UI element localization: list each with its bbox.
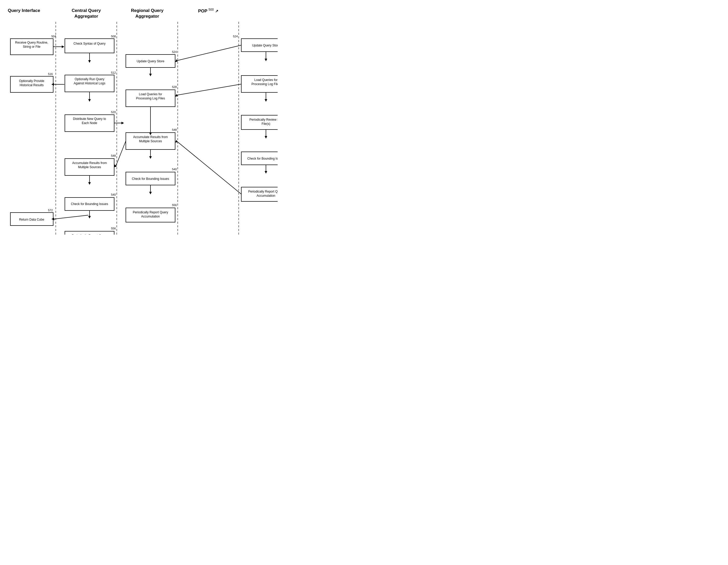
svg-text:508: 508 (111, 35, 116, 38)
svg-text:572: 572 (48, 209, 53, 212)
svg-line-19 (54, 215, 88, 219)
svg-text:Update Query Store: Update Query Store (252, 44, 278, 47)
svg-text:520: 520 (111, 110, 116, 114)
svg-marker-48 (88, 216, 91, 218)
svg-rect-93 (241, 115, 278, 129)
col-header-2: Central QueryAggregator (56, 8, 117, 19)
svg-text:String or File: String or File (23, 45, 40, 49)
svg-text:Accumulate Results from: Accumulate Results from (133, 135, 168, 139)
svg-text:Receive Query Routine,: Receive Query Routine, (15, 41, 48, 44)
svg-marker-31 (88, 99, 91, 102)
svg-marker-85 (265, 59, 267, 61)
svg-text:Against Historical Logs: Against Historical Logs (74, 81, 105, 85)
svg-text:548: 548 (172, 128, 177, 131)
svg-text:Check Syntax of Query: Check Syntax of Query (73, 42, 105, 45)
svg-marker-9 (62, 45, 64, 48)
svg-text:Multiple Sources: Multiple Sources (139, 139, 162, 143)
svg-text:556: 556 (172, 203, 177, 206)
svg-text:Return Data Cube: Return Data Cube (19, 218, 44, 221)
svg-text:Accumulate Results from: Accumulate Results from (72, 161, 107, 165)
svg-text:556: 556 (111, 227, 116, 230)
svg-text:524: 524 (233, 35, 238, 38)
svg-text:Accumulation: Accumulation (257, 194, 275, 197)
svg-marker-69 (149, 156, 152, 159)
svg-line-111 (176, 84, 241, 95)
svg-text:Processing Log Files: Processing Log Files (251, 82, 278, 86)
svg-text:Periodically Review Log: Periodically Review Log (249, 118, 278, 121)
svg-text:Multiple Sources: Multiple Sources (78, 165, 101, 169)
col-header-4: POP 500 ↗ (178, 8, 239, 19)
svg-text:524: 524 (172, 50, 177, 53)
svg-marker-108 (175, 140, 178, 142)
svg-text:Each Node: Each Node (82, 121, 97, 125)
svg-text:Load Queries for: Load Queries for (254, 78, 277, 82)
svg-marker-43 (88, 182, 91, 185)
svg-text:Optionally Provide: Optionally Provide (19, 79, 44, 83)
svg-text:Load Queries for: Load Queries for (139, 92, 162, 96)
svg-text:516: 516 (48, 72, 53, 75)
svg-text:File(s): File(s) (262, 122, 270, 126)
svg-text:512: 512 (111, 71, 116, 74)
svg-text:Update Query Store: Update Query Store (137, 59, 164, 63)
svg-marker-74 (149, 192, 152, 194)
svg-marker-37 (121, 122, 124, 124)
svg-marker-57 (149, 74, 152, 76)
svg-marker-25 (88, 60, 91, 63)
svg-marker-102 (265, 171, 267, 174)
svg-text:540: 540 (111, 193, 116, 196)
svg-rect-22 (65, 39, 114, 53)
svg-text:Accumulation: Accumulation (141, 215, 160, 218)
svg-line-82 (176, 45, 241, 61)
svg-text:Periodically Report Query: Periodically Report Query (248, 190, 278, 193)
svg-text:Periodically Report Query: Periodically Report Query (133, 210, 168, 214)
svg-text:548: 548 (111, 154, 116, 157)
svg-marker-91 (265, 99, 267, 102)
column-headers: Query Interface Central QueryAggregator … (8, 8, 278, 22)
svg-text:Check for Bounding Issues: Check for Bounding Issues (132, 177, 169, 181)
svg-text:Check for Bounding Issues: Check for Bounding Issues (71, 202, 108, 206)
svg-text:Optionally Run Query: Optionally Run Query (75, 77, 105, 81)
svg-text:528: 528 (172, 85, 177, 88)
col-header-3: Regional QueryAggregator (117, 8, 178, 19)
diagram-container: Query Interface Central QueryAggregator … (8, 8, 278, 234)
svg-marker-97 (265, 136, 267, 139)
svg-text:Historical Results: Historical Results (20, 83, 44, 87)
svg-text:540: 540 (172, 168, 177, 171)
svg-text:Processing Log Files: Processing Log Files (136, 96, 165, 100)
diagram-svg: 504 Receive Query Routine, String or Fil… (8, 22, 278, 234)
col-header-1: Query Interface (8, 8, 56, 19)
svg-text:Check for Bounding Issues: Check for Bounding Issues (247, 157, 278, 160)
svg-line-107 (176, 141, 241, 194)
svg-text:504: 504 (51, 35, 56, 38)
svg-text:Periodically Report Query: Periodically Report Query (72, 234, 107, 234)
svg-text:Distribute New Query to: Distribute New Query to (73, 117, 106, 121)
